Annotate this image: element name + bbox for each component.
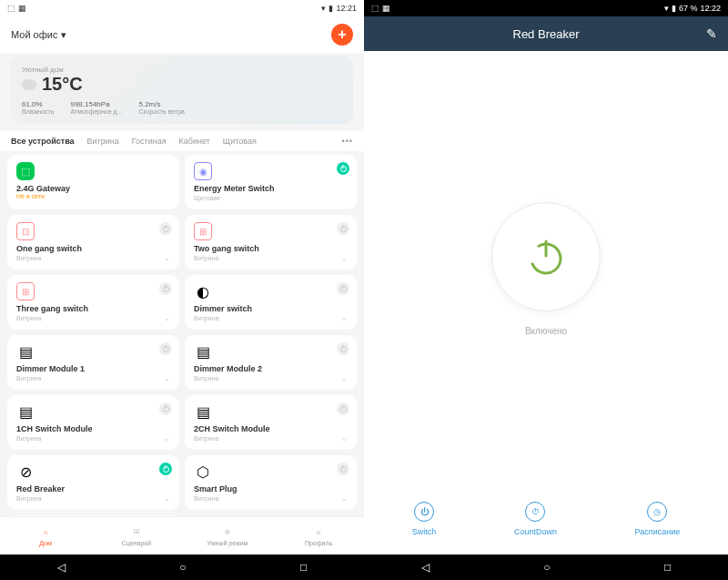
device-name: 1CH Switch Module [16, 424, 170, 433]
power-icon [523, 234, 569, 280]
device-name: Three gang switch [16, 304, 170, 313]
dimmer-icon: ◐ [194, 282, 212, 300]
device-state-label: Включено [525, 326, 567, 336]
power-status-icon[interactable] [159, 342, 172, 355]
tabs-more-button[interactable]: ••• [342, 137, 353, 146]
device-name: Red Breaker [16, 484, 170, 494]
weather-home-label: Уютный дом [22, 66, 342, 74]
power-status-icon[interactable] [337, 222, 349, 235]
power-toggle-button[interactable] [491, 202, 601, 311]
device-grid: ⬚ 2.4G Gateway Не в сети ◉ Energy Meter … [0, 151, 364, 516]
device-card[interactable]: ◉ Energy Meter Switch Щитовая [185, 155, 357, 209]
device-room: Витрина [16, 255, 170, 261]
chevron-down-icon: ⌄ [164, 254, 170, 262]
profile-icon: ☺ [312, 525, 325, 538]
power-status-icon[interactable] [337, 342, 349, 355]
device-header: Red Breaker ✎ [364, 16, 728, 51]
chevron-down-icon: ⌄ [164, 494, 170, 503]
device-card[interactable]: ⊘ Red Breaker Витрина ⌄ [7, 455, 179, 510]
power-status-icon[interactable] [159, 402, 172, 415]
device-name: Smart Plug [194, 484, 348, 494]
device-card[interactable]: ▤ 1CH Switch Module Витрина ⌄ [7, 395, 179, 450]
device-room: Витрина [194, 375, 348, 382]
power-status-icon[interactable] [337, 402, 349, 415]
chevron-down-icon: ⌄ [341, 494, 348, 503]
chevron-down-icon: ⌄ [341, 254, 348, 262]
device-room: Щитовая [194, 195, 348, 201]
chevron-down-icon: ⌄ [164, 434, 170, 443]
power-status-icon[interactable] [337, 463, 349, 475]
back-button[interactable]: ◁ [421, 561, 430, 574]
recents-button[interactable]: □ [300, 561, 307, 574]
weather-details: 61.0%Влажность 998.154hPaАтмосферное д..… [22, 100, 342, 115]
chevron-down-icon: ⌄ [341, 434, 348, 443]
action-timer[interactable]: ⏱CountDown [514, 502, 557, 536]
device-card[interactable]: ⊡ One gang switch Витрина ⌄ [7, 215, 179, 270]
scene-icon: ☑ [130, 525, 143, 538]
device-name: Two gang switch [194, 244, 348, 253]
home-button[interactable]: ○ [179, 561, 186, 574]
home-button[interactable]: ○ [543, 561, 550, 574]
nav-smart[interactable]: ◎Умный режим [182, 517, 273, 555]
power-status-icon[interactable] [337, 162, 349, 175]
power-status-icon[interactable] [337, 282, 349, 295]
weather-card[interactable]: Уютный дом 15°C 61.0%Влажность 998.154hP… [11, 56, 353, 124]
timer-icon: ⏱ [525, 502, 545, 522]
app-header: Мой офис ▾ + [0, 16, 364, 53]
chevron-down-icon: ⌄ [341, 314, 348, 322]
device-card[interactable]: ▤ Dimmer Module 2 Витрина ⌄ [185, 335, 357, 390]
tab-all-devices[interactable]: Все устройства [11, 137, 75, 146]
chevron-down-icon: ⌄ [164, 374, 170, 382]
device-card[interactable]: ▤ Dimmer Module 1 Витрина ⌄ [7, 335, 179, 390]
tab-vitrina[interactable]: Витрина [87, 137, 119, 146]
nav-profile[interactable]: ☺Профиль [273, 517, 364, 555]
device-card[interactable]: ⊞ Two gang switch Витрина ⌄ [185, 215, 357, 270]
device-room: Витрина [194, 255, 348, 261]
recents-button[interactable]: □ [664, 561, 671, 574]
power-status-icon[interactable] [159, 463, 172, 475]
add-device-button[interactable]: + [331, 24, 353, 46]
device-room: Витрина [16, 315, 170, 321]
chevron-down-icon: ⌄ [341, 374, 348, 382]
action-power[interactable]: ⏻Switch [412, 502, 437, 536]
switch1-icon: ⊡ [16, 222, 35, 240]
back-button[interactable]: ◁ [57, 561, 66, 574]
home-icon: ⌂ [39, 525, 52, 538]
device-actions: ⏻Switch⏱CountDown◷Расписание [364, 487, 728, 555]
android-status-bar: ⬚▦ ▾▮12:21 [0, 0, 364, 16]
power-status-icon[interactable] [159, 222, 172, 235]
device-room: Витрина [16, 435, 170, 442]
cast-icon: ⬚ [7, 4, 15, 13]
device-card[interactable]: ◐ Dimmer switch Витрина ⌄ [185, 275, 357, 330]
power-status-icon[interactable] [159, 282, 172, 295]
apps-icon: ▦ [18, 4, 26, 13]
nav-home[interactable]: ⌂Дом [0, 517, 91, 555]
power-icon: ⏻ [414, 502, 434, 522]
location-dropdown[interactable]: Мой офис ▾ [11, 29, 66, 41]
device-title: Red Breaker [513, 27, 580, 41]
device-name: Dimmer Module 1 [16, 364, 170, 373]
action-clock[interactable]: ◷Расписание [635, 502, 681, 536]
device-card[interactable]: ▤ 2CH Switch Module Витрина ⌄ [185, 395, 357, 450]
edit-icon[interactable]: ✎ [706, 26, 717, 41]
device-card[interactable]: ✦ RGB Smart Plug Витрина ⌄ [7, 515, 179, 516]
device-name: Dimmer switch [194, 304, 348, 313]
android-status-bar: ⬚▦ ▾▮67 %12:22 [364, 0, 728, 16]
device-name: One gang switch [16, 244, 170, 253]
module-icon: ▤ [194, 342, 212, 361]
wifi-icon: ▾ [321, 4, 326, 13]
device-body: Включено [364, 51, 728, 487]
device-room: Витрина [194, 315, 348, 321]
module-icon: ▤ [16, 402, 35, 421]
device-name: 2.4G Gateway [16, 184, 170, 193]
device-card[interactable]: ⊞ Three gang switch Витрина ⌄ [7, 275, 179, 330]
nav-scene[interactable]: ☑Сценарий [91, 517, 182, 555]
device-card[interactable]: ⬡ Smart Plug Витрина ⌄ [185, 455, 357, 510]
tab-living[interactable]: Гостиная [132, 137, 167, 146]
tab-panel[interactable]: Щитовая [223, 137, 257, 146]
smart-home-app-screen: ⬚▦ ▾▮12:21 Мой офис ▾ + Уютный дом 15°C … [0, 0, 364, 580]
gateway-icon: ⬚ [16, 162, 35, 180]
device-control-screen: ⬚▦ ▾▮67 %12:22 Red Breaker ✎ Включено ⏻S… [364, 0, 728, 580]
tab-cabinet[interactable]: Кабинет [179, 137, 210, 146]
device-card[interactable]: ⬚ 2.4G Gateway Не в сети [7, 155, 179, 209]
